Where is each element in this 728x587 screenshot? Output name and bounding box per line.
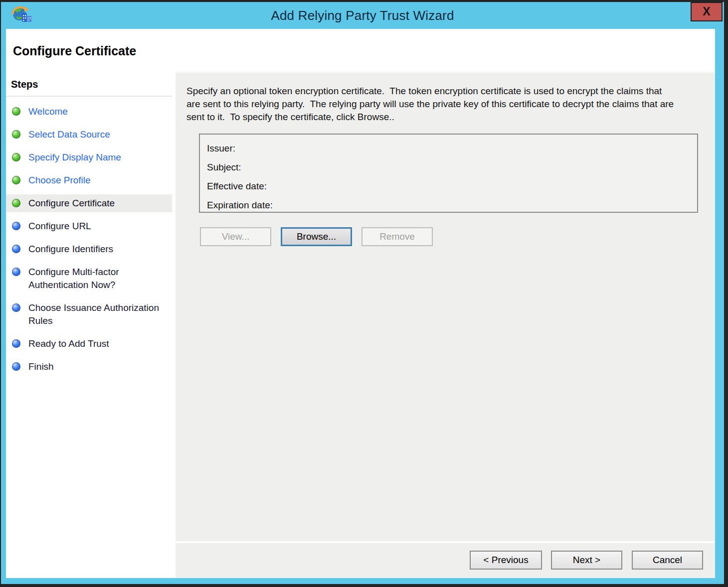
view-button: View... [200, 227, 271, 246]
steps-sidebar: Steps WelcomeSelect Data SourceSpecify D… [6, 71, 172, 578]
wizard-body: Configure Certificate Steps WelcomeSelec… [6, 29, 715, 578]
page-description: Specify an optional token encryption cer… [186, 85, 678, 124]
certificate-field-label: Effective date: [207, 177, 697, 196]
step-item-configure-url: Configure URL [6, 217, 172, 235]
cancel-button[interactable]: Cancel [632, 551, 703, 570]
step-bullet-green-icon [12, 130, 20, 139]
step-item-finish: Finish [6, 358, 172, 376]
steps-divider [6, 96, 172, 97]
content-panel: Specify an optional token encryption cer… [176, 71, 715, 578]
step-label: Choose Profile [28, 174, 91, 187]
step-bullet-blue-icon [12, 245, 20, 253]
step-item-welcome[interactable]: Welcome [6, 103, 172, 121]
next-button[interactable]: Next > [551, 551, 622, 570]
certificate-field-label: Subject: [207, 158, 697, 177]
step-label: Configure Certificate [28, 197, 115, 210]
step-label: Select Data Source [28, 128, 110, 141]
previous-button[interactable]: < Previous [470, 551, 542, 570]
step-item-choose-issuance-authorization-rules: Choose Issuance Authorization Rules [6, 299, 172, 330]
step-label: Configure Identifiers [28, 243, 113, 256]
window-title: Add Relying Party Trust Wizard [1, 8, 724, 23]
step-bullet-blue-icon [12, 268, 20, 276]
certificate-field-label: Issuer: [207, 139, 697, 158]
step-item-configure-identifiers: Configure Identifiers [6, 240, 172, 258]
steps-list: WelcomeSelect Data SourceSpecify Display… [6, 103, 172, 376]
step-item-ready-to-add-trust: Ready to Add Trust [6, 335, 172, 353]
step-label: Configure URL [28, 220, 91, 233]
step-item-select-data-source[interactable]: Select Data Source [6, 126, 172, 144]
steps-header: Steps [11, 79, 172, 90]
step-label: Specify Display Name [28, 151, 121, 164]
certificate-box: Issuer:Subject:Effective date:Expiration… [199, 134, 698, 213]
step-bullet-blue-icon [12, 362, 20, 371]
step-label: Welcome [28, 105, 68, 118]
step-bullet-blue-icon [12, 339, 20, 348]
footer-bar: < Previous Next > Cancel [176, 541, 715, 578]
step-bullet-green-icon [12, 176, 20, 184]
step-label: Configure Multi-factor Authentication No… [28, 266, 169, 292]
step-item-configure-multi-factor-authentication-now: Configure Multi-factor Authentication No… [6, 263, 172, 294]
browse-button[interactable]: Browse... [281, 227, 352, 246]
certificate-field-label: Expiration date: [207, 196, 697, 215]
step-label: Ready to Add Trust [28, 337, 109, 350]
step-label: Finish [28, 360, 54, 373]
certificate-actions: View... Browse... Remove [200, 227, 433, 246]
step-bullet-green-icon [12, 107, 20, 116]
close-button[interactable]: X [691, 2, 723, 21]
step-label: Choose Issuance Authorization Rules [28, 301, 169, 327]
step-bullet-blue-icon [12, 303, 20, 312]
step-bullet-green-icon [12, 199, 20, 207]
step-bullet-green-icon [12, 153, 20, 161]
step-bullet-blue-icon [12, 222, 20, 230]
wizard-window: Add Relying Party Trust Wizard X Configu… [1, 2, 724, 584]
step-item-configure-certificate: Configure Certificate [6, 194, 172, 212]
page-title: Configure Certificate [13, 44, 136, 58]
step-item-choose-profile[interactable]: Choose Profile [6, 171, 172, 189]
title-bar[interactable]: Add Relying Party Trust Wizard X [1, 2, 724, 29]
remove-button: Remove [362, 227, 433, 246]
page-header: Configure Certificate [6, 29, 715, 71]
step-item-specify-display-name[interactable]: Specify Display Name [6, 148, 172, 166]
